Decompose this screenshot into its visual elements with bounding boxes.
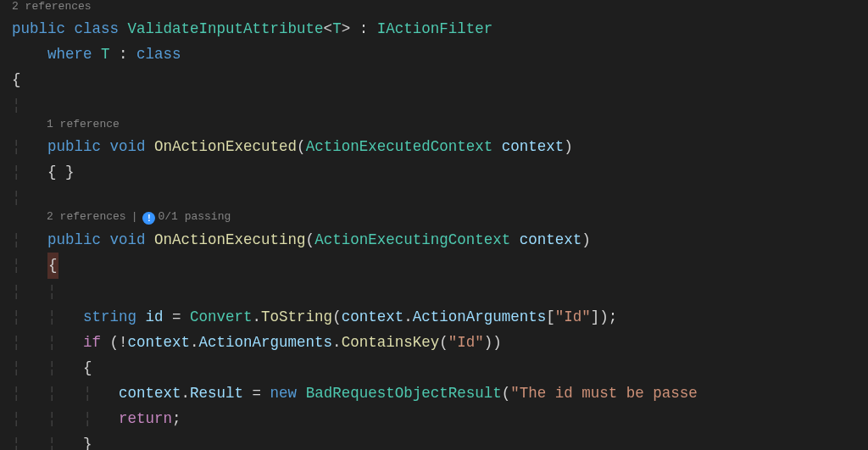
prop-actionarguments: ActionArguments	[413, 308, 547, 325]
keyword-class-constraint: class	[136, 46, 181, 63]
code-line[interactable]: ¦ ¦ ¦ return;	[12, 406, 868, 431]
ref-count: 2 references	[47, 210, 126, 223]
code-line[interactable]: ¦ ¦ ¦ context.Result = new BadRequestObj…	[12, 381, 868, 406]
codelens-method2[interactable]: 2 references|!0/1 passing	[12, 210, 868, 225]
keyword-class: class	[75, 20, 120, 37]
type-badrequest: BadRequestObjectResult	[306, 385, 502, 402]
keyword-void: void	[110, 231, 146, 248]
keyword-if: if	[83, 334, 101, 351]
param-name: context	[502, 138, 565, 155]
indent-guide: ¦ ¦ ¦	[12, 410, 119, 427]
code-line[interactable]: ¦ ¦ {	[12, 355, 868, 381]
open-brace: {	[12, 71, 21, 88]
type-param-type: ActionExecutingContext	[314, 231, 510, 248]
codelens-class[interactable]: 2 references	[12, 0, 868, 14]
keyword-return: return	[119, 410, 172, 427]
open-brace: {	[83, 359, 92, 376]
indent-guide: ¦	[12, 138, 47, 155]
type-param: T	[101, 46, 110, 63]
keyword-where: where	[47, 46, 92, 63]
indent-guide: ¦ ¦	[12, 359, 83, 376]
indent-guide: ¦ ¦ ¦	[12, 385, 119, 402]
matching-brace-open: {	[47, 253, 58, 278]
type-convert: Convert	[190, 308, 253, 325]
keyword-void: void	[110, 138, 146, 155]
indent-guide: ¦ ¦	[12, 308, 83, 325]
var-context: context	[342, 308, 404, 325]
indent-guide: ¦ ¦	[12, 436, 83, 450]
code-line[interactable]: ¦ ¦ string id = Convert.ToString(context…	[12, 304, 868, 330]
indent-guide: ¦ ¦	[12, 283, 57, 300]
method-tostring: ToString	[261, 308, 332, 325]
keyword-public: public	[47, 231, 101, 248]
blank-line[interactable]: ¦	[12, 185, 868, 210]
string-literal: "Id"	[448, 334, 484, 351]
code-line[interactable]: ¦ public void OnActionExecuted(ActionExe…	[12, 134, 868, 159]
keyword-string: string	[83, 308, 136, 325]
method-containskey: ContainsKey	[342, 334, 440, 351]
test-status-icon: !	[142, 212, 155, 225]
prop-result: Result	[190, 385, 243, 402]
indent-guide: ¦	[12, 257, 47, 274]
ref-count: 2 references	[12, 0, 92, 13]
var-context: context	[128, 334, 191, 351]
indent-guide	[12, 46, 47, 63]
keyword-public: public	[12, 20, 65, 37]
indent-guide: ¦	[12, 231, 47, 248]
var-id: id	[146, 308, 164, 325]
keyword-new: new	[270, 385, 298, 402]
param-name: context	[520, 231, 582, 248]
codelens-method1[interactable]: 1 reference	[12, 118, 868, 131]
code-line[interactable]: ¦ { }	[12, 159, 868, 185]
code-line[interactable]: ¦ ¦ if (!context.ActionArguments.Contain…	[12, 330, 868, 355]
prop-actionarguments: ActionArguments	[199, 334, 333, 351]
type-interface: IActionFilter	[377, 20, 493, 37]
method-name: OnActionExecuting	[154, 231, 306, 248]
close-brace: }	[83, 436, 92, 450]
blank-line[interactable]: ¦ ¦	[12, 279, 868, 304]
indent-guide: ¦	[12, 189, 21, 206]
indent-guide: ¦	[12, 97, 21, 114]
string-literal: "Id"	[555, 308, 591, 325]
indent-guide: ¦	[12, 164, 47, 181]
code-line[interactable]: public class ValidateInputAttribute<T> :…	[12, 16, 868, 42]
type-param: T	[332, 20, 342, 37]
code-line[interactable]: ¦ ¦ }	[12, 431, 868, 450]
indent-guide: ¦ ¦	[12, 334, 83, 351]
code-line[interactable]: ¦ {	[12, 253, 868, 278]
test-passing-count: 0/1 passing	[158, 210, 231, 223]
code-line[interactable]: {	[12, 67, 868, 92]
open-brace: { }	[47, 164, 75, 181]
ref-count: 1 reference	[47, 118, 120, 131]
code-line[interactable]: ¦ public void OnActionExecuting(ActionEx…	[12, 227, 868, 253]
string-literal: "The id must be passe	[510, 385, 698, 402]
type-param-type: ActionExecutedContext	[306, 138, 493, 155]
code-editor[interactable]: 2 references public class ValidateInputA…	[0, 0, 868, 450]
separator: |	[131, 210, 138, 223]
type-classname: ValidateInputAttribute	[128, 20, 324, 37]
blank-line[interactable]: ¦	[12, 92, 868, 118]
var-context: context	[119, 385, 181, 402]
method-name: OnActionExecuted	[154, 138, 297, 155]
code-line[interactable]: where T : class	[12, 42, 868, 67]
keyword-public: public	[47, 138, 101, 155]
